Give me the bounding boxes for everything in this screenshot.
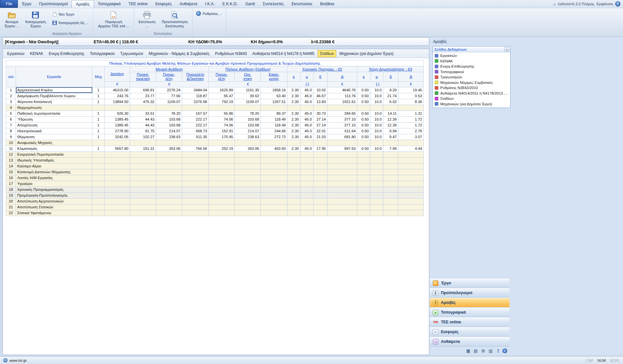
table-cell[interactable]: 3 (6, 99, 16, 105)
table-cell[interactable]: Προμέτρηση-Προϋπολογισμός (16, 192, 92, 198)
table-cell[interactable] (130, 204, 156, 210)
table-cell[interactable] (92, 204, 105, 210)
table-cell[interactable]: 1109.07 (156, 99, 182, 105)
save-as-button[interactable]: Καταχώρηση Ως ... (50, 20, 90, 26)
table-cell[interactable] (235, 105, 261, 110)
table-cell[interactable]: 152.91 (209, 128, 235, 134)
table-cell[interactable] (300, 163, 313, 169)
table-cell[interactable]: 243.76 (105, 93, 130, 99)
table-cell[interactable] (261, 157, 287, 163)
data-page-item-4[interactable]: Τοπογραφικού (433, 69, 510, 75)
table-cell[interactable] (235, 140, 261, 146)
table-cell[interactable] (156, 140, 182, 146)
table-cell[interactable]: Χρονικός Προγραμματισμός (16, 187, 92, 192)
table-cell[interactable]: 2778.90 (105, 128, 130, 134)
nav-item-aythaireta[interactable]: ⌂ Αυθαίρετα (430, 337, 510, 346)
table-cell[interactable]: 2.30 (287, 110, 300, 116)
table-cell[interactable]: 475.32 (130, 99, 156, 105)
table-cell[interactable] (370, 163, 383, 169)
table-cell[interactable] (383, 140, 398, 146)
table-cell[interactable] (261, 163, 287, 169)
table-cell[interactable] (105, 157, 130, 163)
table-cell[interactable] (105, 198, 130, 204)
table-cell[interactable]: 214.07 (156, 128, 182, 134)
table-cell[interactable] (300, 175, 313, 181)
table-cell[interactable] (130, 151, 156, 157)
table-cell[interactable]: 2.30 (287, 146, 300, 151)
table-cell[interactable]: 9 (6, 134, 16, 140)
table-cell[interactable] (327, 151, 357, 157)
table-cell[interactable] (156, 192, 182, 198)
table-cell[interactable]: 13.83 (313, 99, 327, 105)
table-cell[interactable]: 997.63 (327, 146, 357, 151)
table-cell[interactable]: 118.87 (182, 93, 209, 99)
table-cell[interactable]: Διαμόρφωση Περιβάλλοντα Χώρου (16, 93, 92, 99)
table-cell[interactable]: 353.06 (235, 146, 261, 151)
table-cell[interactable]: 46.67 (313, 93, 327, 99)
table-cell[interactable] (383, 105, 398, 110)
table-cell[interactable] (130, 210, 156, 216)
table-cell[interactable] (398, 105, 424, 110)
print-preview-button[interactable]: Προεπισκόπηση Εκτύπωσης (159, 9, 190, 32)
table-cell[interactable]: 1 (92, 146, 105, 151)
table-cell[interactable] (327, 175, 357, 181)
table-cell[interactable]: 45.0 (300, 128, 313, 134)
table-cell[interactable] (313, 157, 327, 163)
table-cell[interactable]: 0.50 (357, 116, 370, 122)
table-cell[interactable] (182, 192, 209, 198)
table-cell[interactable] (92, 169, 105, 175)
collapse-arrow-icon[interactable]: ▴ (505, 47, 509, 51)
table-cell[interactable] (92, 105, 105, 110)
table-cell[interactable]: 14.11 (383, 110, 398, 116)
table-cell[interactable] (287, 192, 300, 198)
table-cell[interactable] (235, 210, 261, 216)
table-cell[interactable] (313, 163, 327, 169)
table-cell[interactable]: 23.77 (130, 93, 156, 99)
table-cell[interactable] (327, 163, 357, 169)
table-cell[interactable] (370, 169, 383, 175)
table-cell[interactable]: 1267.51 (261, 99, 287, 105)
table-cell[interactable] (398, 140, 424, 146)
table-cell[interactable]: 78.20 (156, 110, 182, 116)
ribbon-tab-proypologismoi[interactable]: Προϋπολογισμοί (35, 0, 72, 8)
print-button[interactable]: Εκτύπωση ... (136, 9, 158, 32)
table-cell[interactable]: 2.30 (287, 93, 300, 99)
table-cell[interactable]: 55.86 (209, 110, 235, 116)
table-cell[interactable] (130, 181, 156, 187)
table-cell[interactable]: 91.75 (130, 128, 156, 134)
table-cell[interactable] (327, 181, 357, 187)
table-cell[interactable] (327, 140, 357, 146)
table-cell[interactable]: 44.43 (130, 122, 156, 128)
table-cell[interactable]: 39.62 (235, 93, 261, 99)
table-cell[interactable] (92, 163, 105, 169)
table-cell[interactable] (235, 169, 261, 175)
info-icon[interactable]: i (502, 348, 507, 353)
table-cell[interactable]: 13 (6, 157, 16, 163)
table-cell[interactable] (182, 198, 209, 204)
table-cell[interactable] (300, 169, 313, 175)
table-cell[interactable] (182, 204, 209, 210)
table-cell[interactable]: 4.20 (383, 87, 398, 93)
home-icon[interactable]: ⌂ (553, 2, 556, 6)
table-cell[interactable] (105, 169, 130, 175)
data-page-item-9[interactable]: Σταδίων (433, 96, 510, 101)
table-cell[interactable] (130, 163, 156, 169)
table-cell[interactable] (313, 140, 327, 146)
table-cell[interactable] (357, 192, 370, 198)
table-cell[interactable]: 4.44 (398, 146, 424, 151)
table-cell[interactable]: 1625.89 (209, 87, 235, 93)
table-cell[interactable]: Παθητική πυροπροστασία (16, 110, 92, 116)
table-cell[interactable]: Ύδρευση (16, 116, 92, 122)
table-cell[interactable]: 46315.00 (105, 87, 130, 93)
data-page-item-1[interactable]: Εργασιών (433, 53, 510, 58)
table-cell[interactable] (313, 181, 327, 187)
table-cell[interactable]: 10.0 (370, 87, 383, 93)
table-cell[interactable] (357, 181, 370, 187)
table-cell[interactable]: 377.10 (327, 122, 357, 128)
table-cell[interactable]: 167.57 (182, 110, 209, 116)
table-cell[interactable]: Φέρουσα Κατασκευή (16, 99, 92, 105)
ribbon-tab-tee-online[interactable]: ΤΕΕ online (125, 0, 152, 8)
table-cell[interactable]: 377.10 (327, 116, 357, 122)
table-cell[interactable] (313, 198, 327, 204)
table-cell[interactable] (235, 175, 261, 181)
